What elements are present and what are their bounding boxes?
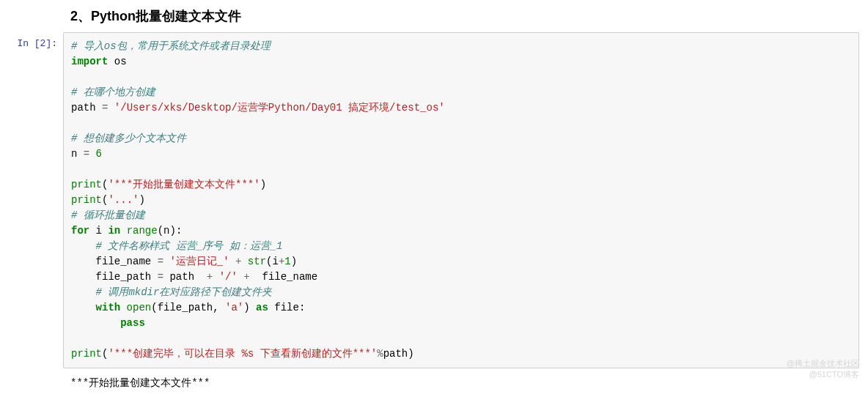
str: 'a': [225, 302, 243, 313]
var-filename: file_name: [71, 256, 158, 267]
output-line: ***开始批量创建文本文件***: [70, 377, 210, 389]
fn-print: print: [71, 194, 102, 206]
input-prompt: In [2]:: [0, 32, 63, 49]
var-path: path: [71, 102, 102, 114]
var-path: path: [163, 271, 200, 283]
paren: ): [243, 302, 256, 313]
str: '...': [108, 194, 139, 206]
var-file: file:: [268, 302, 305, 313]
var-n: n: [71, 148, 84, 160]
code-editor[interactable]: # 导入os包，常用于系统文件或者目录处理 import os # 在哪个地方创…: [63, 32, 859, 368]
kw-for: for: [71, 225, 89, 237]
fn-range: range: [120, 225, 157, 237]
var-filepath: file_path: [71, 271, 158, 283]
num-1: 1: [284, 256, 290, 267]
var-path: path): [383, 348, 414, 360]
op-plus: +: [229, 256, 248, 267]
var-filename: file_name: [256, 271, 317, 283]
fn-print: print: [71, 348, 102, 360]
module-os: os: [108, 56, 126, 67]
str: '***创建完毕，可以在目录 %s 下查看新创建的文件***': [108, 348, 377, 360]
fn-str: str: [248, 256, 266, 267]
str: '运营日记_': [163, 256, 229, 267]
cell-output: ***开始批量创建文本文件*** ... ***创建完毕，可以在目录 /User…: [63, 368, 859, 394]
var-i: i: [89, 225, 108, 237]
output-cell: ***开始批量创建文本文件*** ... ***创建完毕，可以在目录 /User…: [0, 368, 868, 394]
section-heading: 2、Python批量创建文本文件: [0, 0, 868, 32]
kw-import: import: [71, 56, 108, 67]
code-comment: # 想创建多少个文本文件: [71, 133, 186, 144]
op-percent: %: [377, 348, 383, 360]
paren: (n):: [158, 225, 183, 237]
paren: ): [291, 256, 297, 267]
code-comment: # 文件名称样式 运营_序号 如：运营_1: [71, 240, 282, 252]
paren: (i: [266, 256, 279, 267]
output-prompt: [0, 368, 63, 374]
fn-open: open: [120, 302, 151, 313]
op-eq: =: [158, 271, 163, 283]
op-plus: +: [200, 271, 218, 283]
str-path: '/Users/xks/Desktop/运营学Python/Day01 搞定环境…: [108, 102, 444, 114]
code-comment: # 循环批量创建: [71, 209, 145, 221]
paren: (file_path,: [151, 302, 225, 313]
code-cell: In [2]: # 导入os包，常用于系统文件或者目录处理 import os …: [0, 32, 868, 368]
str: '/': [219, 271, 238, 283]
kw-pass: pass: [71, 317, 145, 329]
code-comment: # 调用mkdir在对应路径下创建文件夹: [71, 286, 272, 298]
code-comment: # 导入os包，常用于系统文件或者目录处理: [71, 40, 271, 52]
kw-with: with: [71, 302, 120, 313]
paren: ): [260, 179, 266, 190]
op-eq: =: [158, 256, 163, 267]
paren: ): [139, 194, 144, 206]
str: '***开始批量创建文本文件***': [108, 179, 260, 190]
code-comment: # 在哪个地方创建: [71, 86, 155, 98]
op-plus: +: [238, 271, 256, 283]
kw-in: in: [108, 225, 120, 237]
notebook: 2、Python批量创建文本文件 In [2]: # 导入os包，常用于系统文件…: [0, 0, 868, 394]
op-eq: =: [84, 148, 89, 160]
kw-as: as: [256, 302, 268, 313]
fn-print: print: [71, 179, 102, 190]
num-6: 6: [89, 148, 102, 160]
